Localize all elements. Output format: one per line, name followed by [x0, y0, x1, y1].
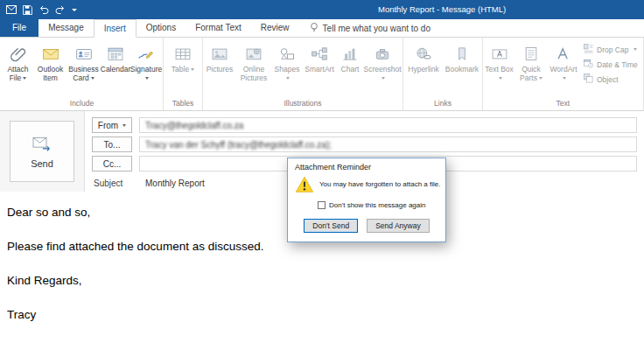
body-line: Tracy [7, 308, 635, 322]
lightbulb-icon [310, 22, 318, 35]
table-dropdown-icon [191, 68, 194, 71]
business-card-dropdown-icon [91, 77, 94, 80]
shapes-button[interactable]: Shapes [272, 38, 302, 98]
dont-show-again-label: Don't show this message again [329, 201, 425, 209]
object-button[interactable]: Object [581, 72, 640, 87]
ribbon-group-include: Attach File Outlook Item Business Card [1, 38, 164, 110]
outlook-message-window: Monthly Report - Message (HTML) File Mes… [0, 0, 644, 350]
ribbon-tab-bar: File Message Insert Options Format Text … [0, 19, 644, 38]
calendar-button[interactable]: Calendar [101, 38, 130, 98]
attach-file-dropdown-icon [23, 77, 26, 80]
send-panel: Send [0, 111, 85, 192]
bookmark-button[interactable]: Bookmark [443, 38, 481, 98]
warning-icon [295, 176, 314, 197]
save-icon[interactable] [23, 5, 32, 15]
ribbon-group-links: Hyperlink Bookmark Links [403, 38, 483, 110]
send-button[interactable]: Send [10, 121, 74, 182]
ribbon: Attach File Outlook Item Business Card [0, 38, 644, 111]
text-group-small-buttons: Drop Cap Date & Time Object [579, 38, 642, 98]
group-caption-links: Links [404, 98, 481, 110]
send-anyway-button[interactable]: Send Anyway [367, 219, 430, 233]
dialog-buttons: Don't Send Send Anyway [288, 209, 445, 242]
text-box-icon [491, 43, 508, 65]
text-box-button[interactable]: Text Box [484, 38, 514, 98]
screenshot-icon [374, 43, 391, 65]
drop-cap-dropdown-icon [634, 48, 637, 51]
quick-access-toolbar [0, 5, 77, 15]
smartart-icon [311, 43, 328, 65]
pictures-button[interactable]: Pictures [204, 38, 235, 98]
titlebar: Monthly Report - Message (HTML) [0, 0, 644, 19]
online-pictures-button[interactable]: Online Pictures [235, 38, 272, 98]
shapes-dropdown-icon [286, 77, 290, 80]
hyperlink-button[interactable]: Hyperlink [404, 38, 443, 98]
from-button[interactable]: From [92, 117, 132, 133]
tab-message[interactable]: Message [38, 19, 94, 37]
group-caption-tables: Tables [164, 98, 201, 110]
calendar-icon [107, 43, 124, 65]
cc-button[interactable]: Cc... [92, 156, 132, 172]
screenshot-button[interactable]: Screenshot [363, 38, 402, 98]
hyperlink-icon [415, 43, 432, 65]
drop-cap-button[interactable]: Drop Cap [581, 42, 640, 57]
dialog-title: Attachment Reminder [288, 158, 445, 176]
redo-icon[interactable] [55, 5, 66, 14]
quick-parts-dropdown-icon [539, 77, 542, 80]
quick-parts-button[interactable]: Quick Parts [514, 38, 548, 98]
outlook-item-button[interactable]: Outlook Item [34, 38, 66, 98]
to-field[interactable]: Tracy van der Schyff (tracy@thegoldclaff… [139, 136, 637, 152]
attachment-reminder-dialog: Attachment Reminder You may have forgott… [287, 158, 446, 242]
to-row: To... Tracy van der Schyff (tracy@thegol… [92, 136, 637, 152]
chart-button[interactable]: Chart [337, 38, 363, 98]
table-icon [174, 43, 192, 65]
tab-review[interactable]: Review [251, 19, 299, 37]
ribbon-group-illustrations: Pictures Online Pictures Shapes [203, 38, 403, 110]
tab-insert[interactable]: Insert [94, 19, 136, 38]
window-title: Monthly Report - Message (HTML) [378, 0, 506, 19]
wordart-button[interactable]: WordArt [548, 38, 579, 98]
pictures-icon [211, 43, 228, 65]
group-caption-illustrations: Illustrations [204, 98, 402, 110]
subject-label: Subject [92, 178, 132, 188]
mail-icon [6, 5, 17, 14]
tab-file[interactable]: File [0, 19, 38, 37]
date-time-button[interactable]: Date & Time [581, 57, 640, 72]
text-box-dropdown-icon [499, 77, 502, 80]
object-icon [584, 74, 593, 85]
dialog-body: You may have forgotten to attach a file. [288, 176, 445, 197]
wordart-dropdown-icon [563, 77, 566, 80]
body-line: Kind Regards, [7, 274, 635, 288]
group-caption-include: Include [2, 98, 162, 110]
from-dropdown-icon [122, 124, 126, 127]
online-pictures-icon [245, 43, 262, 65]
dont-show-again-row: Don't show this message again [318, 201, 445, 209]
customize-qat-icon[interactable] [72, 9, 77, 11]
wordart-icon [555, 43, 572, 65]
tell-me-label: Tell me what you want to do [323, 24, 430, 33]
signature-button[interactable]: Signature [130, 38, 162, 98]
dont-show-again-checkbox[interactable] [318, 201, 326, 209]
date-time-icon [584, 59, 593, 70]
chart-icon [341, 43, 359, 65]
outlook-item-icon [42, 43, 60, 65]
dialog-message: You may have forgotten to attach a file. [319, 176, 440, 188]
business-card-button[interactable]: Business Card [66, 38, 101, 98]
undo-icon[interactable] [38, 5, 49, 14]
signature-icon [137, 43, 155, 65]
send-icon [31, 135, 53, 154]
from-field[interactable]: Tracy@thegoldclaff.co.za [139, 117, 637, 133]
from-row: From Tracy@thegoldclaff.co.za [92, 117, 637, 133]
screenshot-dropdown-icon [382, 77, 385, 80]
group-caption-text: Text [484, 98, 642, 110]
tab-options[interactable]: Options [136, 19, 186, 37]
tab-format-text[interactable]: Format Text [186, 19, 251, 37]
dont-send-button[interactable]: Don't Send [304, 219, 358, 233]
tell-me-box[interactable]: Tell me what you want to do [303, 19, 438, 37]
attach-file-button[interactable]: Attach File [2, 38, 34, 98]
quick-parts-icon [522, 43, 540, 65]
paperclip-icon [10, 43, 27, 65]
to-button[interactable]: To... [92, 136, 132, 152]
smartart-button[interactable]: SmartArt [302, 38, 337, 98]
table-button[interactable]: Table [164, 38, 201, 98]
ribbon-group-tables: Table Tables [164, 38, 203, 110]
